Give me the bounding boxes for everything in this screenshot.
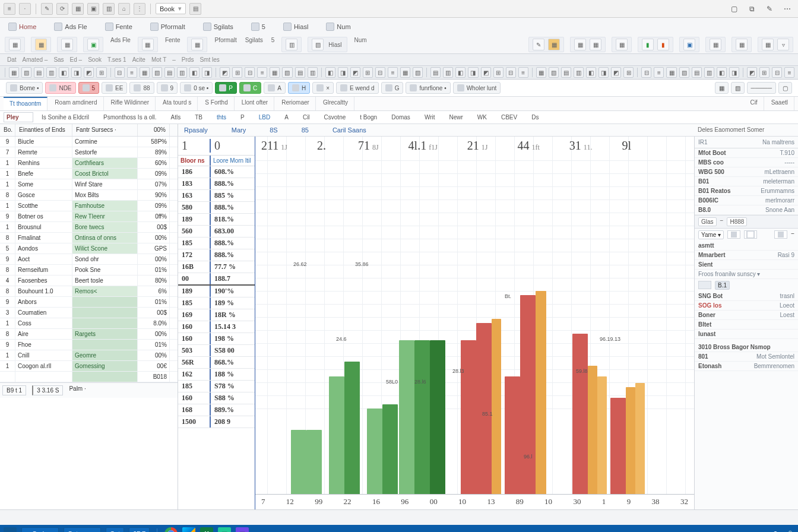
accent-chip[interactable]: ▢ <box>778 82 792 94</box>
cell[interactable]: Cnill <box>15 350 72 360</box>
rp-row[interactable]: SOG losLoeot <box>695 301 798 311</box>
table-row[interactable]: 3Coumatien00$ <box>0 308 178 318</box>
formula-segment[interactable]: Domas <box>388 113 414 122</box>
tool-icon[interactable]: ◨ <box>71 67 81 78</box>
tool-icon[interactable]: ◩ <box>84 67 94 78</box>
ribbon-tab[interactable]: Fente <box>102 20 136 33</box>
tool-icon[interactable]: ▧ <box>679 67 689 78</box>
accent-chip[interactable]: H <box>288 82 310 94</box>
tool-icon[interactable]: ◩ <box>481 67 491 78</box>
ribbon-tab[interactable]: Pformalt <box>147 20 189 33</box>
chart-bar[interactable] <box>367 408 382 494</box>
ribbon-icon[interactable]: ✎ <box>533 39 544 50</box>
num-row[interactable]: 163885 % <box>178 190 255 202</box>
context-tab[interactable]: Saaetl <box>765 97 794 110</box>
qat-btn[interactable]: ▤ <box>189 3 201 15</box>
qat-btn[interactable]: ▥ <box>103 3 115 15</box>
tool-icon[interactable]: ◧ <box>717 67 727 78</box>
cell[interactable]: 00€ <box>138 361 170 371</box>
tool-icon[interactable]: ◧ <box>189 67 200 78</box>
table-row[interactable]: 7RemrteSestorfe89% <box>0 147 178 158</box>
bar-chart[interactable]: 2111J2.718J4l.1f1J211J441ft3111.9l 26.62… <box>255 137 694 509</box>
cell[interactable]: 01% <box>138 265 170 275</box>
tool-icon[interactable]: ⊞ <box>232 67 242 78</box>
context-tab[interactable]: Glrecaltty <box>317 97 354 110</box>
chart-bar[interactable] <box>572 334 588 494</box>
table-row[interactable]: 8FmalinatOntinsa of onns00% <box>0 233 178 243</box>
formula-segment[interactable]: Atls <box>167 113 185 122</box>
formula-segment[interactable]: Ds <box>528 113 542 122</box>
qat-btn[interactable]: ⋮ <box>134 3 145 15</box>
num-row[interactable]: 16015.14 3 <box>178 321 255 333</box>
ribbon-icon[interactable]: ▦ <box>616 39 628 50</box>
cell[interactable] <box>72 308 138 318</box>
formula-segment[interactable]: WK <box>474 113 490 122</box>
rp-minus-icon[interactable]: − <box>791 230 794 239</box>
qat-btn[interactable]: · <box>19 3 31 15</box>
cell[interactable] <box>15 372 72 382</box>
tool-icon[interactable]: ≡ <box>654 67 664 78</box>
formula-segment[interactable]: TB <box>191 113 206 122</box>
qat-menu-icon[interactable]: ≡ <box>4 3 15 15</box>
accent-chip[interactable]: 0 se • <box>180 82 213 94</box>
col-header[interactable]: Bo. <box>0 124 15 136</box>
tool-icon[interactable]: ▥ <box>308 67 318 78</box>
ribbon-icon[interactable]: ▦ <box>548 39 560 50</box>
chart-bar[interactable] <box>399 340 414 494</box>
chart-bar[interactable] <box>430 340 445 494</box>
num-row[interactable]: 162188 % <box>178 369 255 381</box>
accent-chip[interactable]: ▧ <box>731 82 745 94</box>
cell[interactable]: Geomre <box>72 350 138 360</box>
chart-bar[interactable] <box>329 376 344 494</box>
num-row[interactable]: 168889.% <box>178 404 255 416</box>
cell[interactable]: 00% <box>138 329 170 339</box>
taskbar-item[interactable]: Cotercoss <box>64 527 102 532</box>
rp-row[interactable]: MBS coo----- <box>695 158 798 167</box>
num-row[interactable]: 185888.% <box>178 238 255 249</box>
chart-bar[interactable] <box>382 404 398 494</box>
tool-icon[interactable]: ▦ <box>9 67 19 78</box>
cell[interactable]: Scotthe <box>15 201 72 211</box>
cell[interactable]: Biucle <box>15 137 72 147</box>
accent-chip[interactable]: Wholer lunt <box>453 82 501 94</box>
ribbon-icon[interactable]: ▣ <box>87 39 99 50</box>
style-swatch[interactable] <box>774 230 787 239</box>
tool-icon[interactable]: ▤ <box>34 67 44 78</box>
tool-icon[interactable]: ▥ <box>177 67 187 78</box>
chart-bar[interactable] <box>597 376 607 494</box>
num-row[interactable]: 1500208 9 <box>178 416 255 428</box>
tool-icon[interactable]: ▧ <box>282 67 292 78</box>
accent-chip[interactable]: P <box>215 82 237 94</box>
cell[interactable]: Remrte <box>15 147 72 157</box>
cell[interactable] <box>72 372 138 382</box>
tool-icon[interactable]: ▦ <box>536 67 546 78</box>
cell[interactable]: Sestorfe <box>72 147 138 157</box>
start-button[interactable]: ⊞ <box>4 527 17 532</box>
chart-bar[interactable] <box>291 430 306 494</box>
rp-chip[interactable]: H888 <box>727 217 747 226</box>
cell[interactable]: Aoct <box>15 254 72 264</box>
cell[interactable]: 00% <box>138 350 170 360</box>
cell[interactable]: Aondos <box>15 243 72 254</box>
cell[interactable]: Famhoutse <box>72 201 138 211</box>
cell[interactable]: 00$ <box>138 222 170 232</box>
cell[interactable]: 00$ <box>138 308 170 318</box>
tool-icon[interactable]: ▥ <box>46 67 56 78</box>
tool-icon[interactable]: ▦ <box>270 67 280 78</box>
accent-chip[interactable]: 88 <box>129 82 154 94</box>
cell[interactable]: Coumatien <box>15 308 72 318</box>
num-row[interactable]: 16918R % <box>178 309 255 321</box>
rp-row[interactable]: EtonashBemmrenomen <box>695 362 798 371</box>
rp-row[interactable]: Sient <box>695 260 798 270</box>
style-swatch[interactable] <box>698 281 711 289</box>
rp-row[interactable]: BonerLoest <box>695 311 798 320</box>
num-row[interactable]: 183888.% <box>178 178 255 190</box>
accent-chip[interactable]: 9 <box>157 82 178 94</box>
cell[interactable]: 0ff% <box>138 211 170 221</box>
tool-icon[interactable]: ≡ <box>518 67 528 78</box>
cell[interactable]: Fhoe <box>15 340 72 350</box>
accent-chip[interactable]: EE <box>102 82 127 94</box>
num-row[interactable]: 560683.00 <box>178 226 255 238</box>
tool-icon[interactable]: ≡ <box>784 67 794 78</box>
ribbon-icon[interactable]: ▦ <box>590 39 601 50</box>
